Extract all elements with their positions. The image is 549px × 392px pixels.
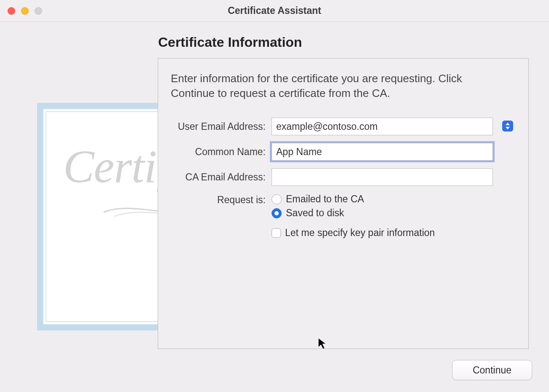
row-ca-email: CA Email Address: (171, 168, 516, 186)
user-email-dropdown-icon[interactable] (502, 121, 513, 132)
window-controls (8, 7, 42, 15)
continue-button[interactable]: Continue (452, 360, 532, 380)
page-heading: Certificate Information (158, 35, 532, 50)
checkbox-icon (272, 228, 281, 238)
titlebar: Certificate Assistant (0, 0, 549, 22)
checkbox-specify-keypair[interactable]: Let me specify key pair information (272, 227, 435, 239)
close-window-button[interactable] (8, 7, 15, 15)
common-name-input[interactable] (272, 143, 493, 161)
button-row: Continue (452, 360, 532, 380)
zoom-window-button[interactable] (35, 7, 42, 15)
form-panel: Enter information for the certificate yo… (158, 58, 529, 349)
row-common-name: Common Name: (171, 143, 516, 161)
window-title: Certificate Assistant (0, 5, 549, 16)
radio-saved-to-disk[interactable]: Saved to disk (272, 207, 435, 219)
radio-label: Emailed to the CA (286, 193, 364, 205)
label-user-email: User Email Address: (171, 121, 266, 132)
radio-emailed-to-ca[interactable]: Emailed to the CA (272, 193, 435, 205)
checkbox-label: Let me specify key pair information (285, 227, 435, 239)
panel-instructions: Enter information for the certificate yo… (171, 71, 504, 101)
row-user-email: User Email Address: (171, 118, 516, 135)
radio-icon (272, 194, 282, 204)
label-common-name: Common Name: (171, 146, 266, 158)
ca-email-input[interactable] (272, 168, 493, 186)
label-ca-email: CA Email Address: (171, 172, 266, 183)
radio-label: Saved to disk (286, 207, 344, 219)
row-request-is: Request is: Emailed to the CA Saved to d… (171, 193, 516, 239)
content-area: Certificate Information Certificate Ente… (0, 22, 549, 66)
radio-icon (272, 208, 282, 218)
minimize-window-button[interactable] (21, 7, 29, 15)
label-request-is: Request is: (171, 193, 266, 206)
user-email-combobox[interactable] (272, 118, 493, 135)
